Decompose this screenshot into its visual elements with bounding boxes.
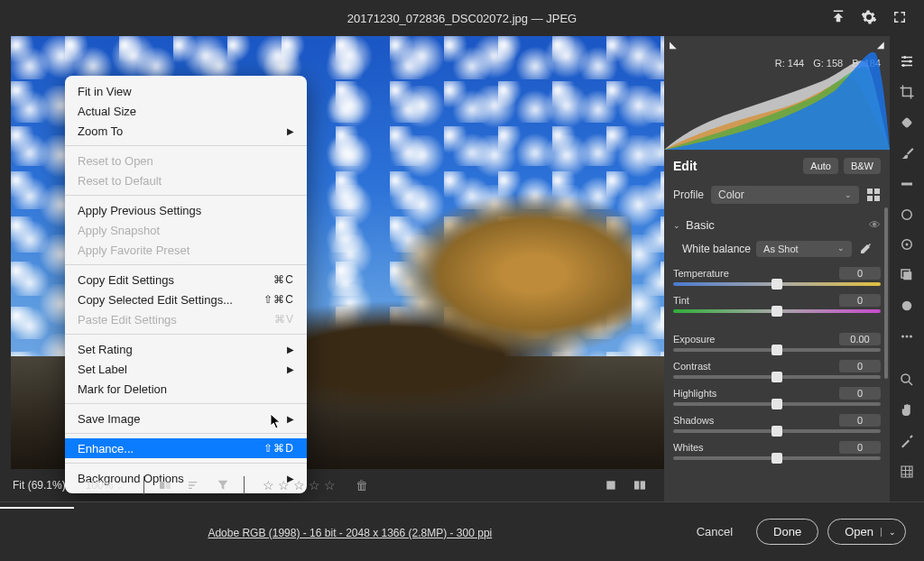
menu-set-rating[interactable]: Set Rating▶ [65,339,307,359]
svg-point-10 [909,60,911,62]
single-view-icon[interactable] [603,477,619,493]
shadows-slider[interactable]: Shadows0 [673,414,881,433]
svg-rect-6 [874,189,880,194]
brush-tool-icon[interactable] [897,144,917,162]
export-icon[interactable] [830,9,846,25]
svg-point-16 [906,244,909,246]
rating-stars[interactable]: ☆ ☆ ☆ ☆ ☆ [263,478,336,492]
profile-label: Profile [673,189,704,201]
menu-set-label[interactable]: Set Label▶ [65,359,307,379]
split-view-icon[interactable] [632,477,648,493]
wb-select[interactable]: As Shot⌄ [756,241,852,257]
menu-enhance[interactable]: Enhance...⇧⌘D [65,438,307,458]
star-icon[interactable]: ☆ [324,478,336,492]
open-chevron-icon[interactable]: ⌄ [881,528,896,537]
edit-tool-icon[interactable] [897,52,917,70]
image-metadata-link[interactable]: Adobe RGB (1998) - 16 bit - 2048 x 1366 … [208,527,492,539]
submenu-arrow-icon: ▶ [287,126,294,136]
fit-label[interactable]: Fit (69.1%) [13,479,66,492]
svg-rect-2 [606,481,614,489]
grid-tool-icon[interactable] [897,463,917,481]
svg-rect-0 [160,482,164,489]
footer: Adobe RGB (1998) - 16 bit - 2048 x 1366 … [0,501,924,561]
auto-button[interactable]: Auto [803,158,838,174]
exposure-slider[interactable]: Exposure0.00 [673,333,881,352]
star-icon[interactable]: ☆ [293,478,305,492]
tool-strip [890,36,924,501]
wb-label: White balance [682,243,751,255]
shortcut-label: ⇧⌘C [263,293,294,306]
filename: 20171230_072836_DSC02072.jpg [347,12,528,25]
gear-icon[interactable] [861,9,877,25]
menu-fit-in-view[interactable]: Fit in View [65,81,307,101]
fit-underline [0,507,74,509]
menu-reset-to-open: Reset to Open [65,151,307,170]
zoom-tool-icon[interactable] [897,371,917,389]
edit-heading: Edit [673,159,798,173]
crop-tool-icon[interactable] [897,83,917,101]
svg-point-14 [902,209,912,219]
cursor-icon [269,413,282,433]
filter-icon[interactable] [215,477,231,493]
eye-icon[interactable]: 👁 [869,218,881,232]
hand-tool-icon[interactable] [897,401,917,419]
menu-actual-size[interactable]: Actual Size [65,101,307,121]
menu-copy-selected[interactable]: Copy Selected Edit Settings...⇧⌘C [65,290,307,309]
canvas-area[interactable]: Fit in View Actual Size Zoom To▶ Reset t… [0,36,664,501]
svg-rect-8 [874,196,880,201]
profile-browser-icon[interactable] [866,188,881,202]
heal-tool-icon[interactable] [897,114,917,132]
gradient-tool-icon[interactable] [897,175,917,193]
profile-select[interactable]: Color⌄ [711,186,859,204]
svg-rect-5 [867,189,873,194]
bw-button[interactable]: B&W [844,158,881,174]
svg-rect-13 [901,182,912,185]
temperature-slider[interactable]: Temperature0 [673,267,881,286]
more-tool-icon[interactable] [897,327,917,345]
svg-point-21 [906,336,909,338]
star-icon[interactable]: ☆ [263,478,274,492]
done-button[interactable]: Done [756,519,818,545]
svg-rect-7 [867,196,873,201]
sort-icon[interactable] [186,477,202,493]
svg-rect-12 [901,116,913,128]
star-icon[interactable]: ☆ [278,478,290,492]
contrast-slider[interactable]: Contrast0 [673,360,881,379]
shortcut-label: ⌘V [274,313,294,326]
menu-mark-deletion[interactable]: Mark for Deletion [65,379,307,399]
histogram[interactable]: ◣ ◢ R: 144 G: 158 B: 184 [664,36,890,150]
menu-zoom-to[interactable]: Zoom To▶ [65,121,307,141]
trash-icon[interactable]: 🗑 [356,478,368,492]
submenu-arrow-icon: ▶ [287,414,294,424]
highlights-slider[interactable]: Highlights0 [673,387,881,406]
tint-slider[interactable]: Tint0 [673,294,881,313]
stack-tool-icon[interactable] [897,266,917,284]
compare-icon[interactable] [157,477,173,493]
target-tool-icon[interactable] [897,236,917,254]
menu-apply-favorite: Apply Favorite Preset [65,240,307,260]
menu-copy-edit[interactable]: Copy Edit Settings⌘C [65,270,307,290]
shortcut-label: ⇧⌘D [263,442,294,455]
fullscreen-icon[interactable] [892,9,908,25]
svg-point-9 [903,56,906,59]
svg-rect-17 [903,272,911,280]
svg-rect-3 [634,481,639,489]
svg-rect-4 [641,481,645,489]
basic-section-header[interactable]: ⌄Basic👁 [673,218,881,232]
menu-apply-previous[interactable]: Apply Previous Settings [65,200,307,220]
star-icon[interactable]: ☆ [309,478,320,492]
eyedropper-icon[interactable] [857,242,872,256]
whites-slider[interactable]: Whites0 [673,441,881,460]
radial-tool-icon[interactable] [897,206,917,224]
blur-tool-icon[interactable] [897,297,917,315]
open-button[interactable]: Open⌄ [827,519,906,545]
sampler-tool-icon[interactable] [897,432,917,450]
submenu-arrow-icon: ▶ [287,364,294,374]
svg-point-22 [910,336,912,338]
svg-point-19 [902,301,912,311]
canvas-toolbar: Fit (69.1%) 100% ⌄ ☆ ☆ ☆ ☆ ☆ 🗑 [0,469,664,501]
submenu-arrow-icon: ▶ [287,345,294,354]
title-sep: — [528,12,546,25]
zoom-select[interactable]: 100% ⌄ [79,476,131,494]
cancel-button[interactable]: Cancel [682,520,747,544]
